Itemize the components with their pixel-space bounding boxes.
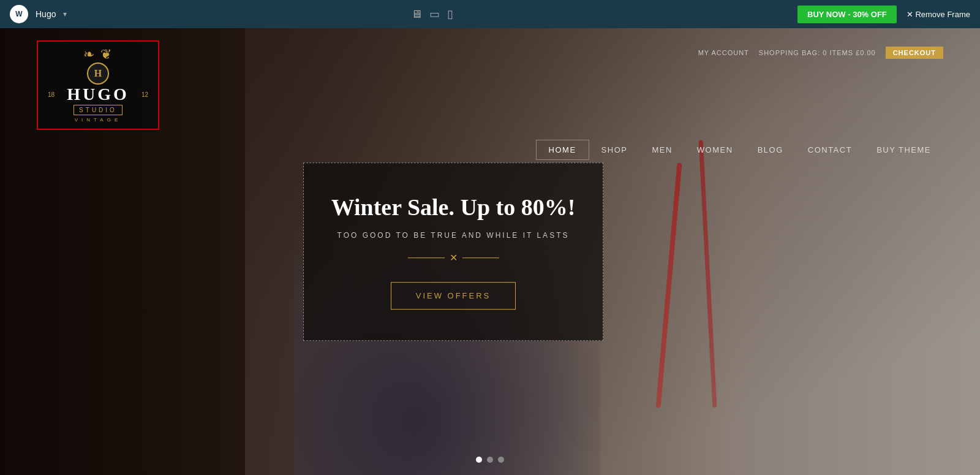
logo-main-text: HUGO bbox=[67, 86, 129, 103]
mobile-icon[interactable]: ▯ bbox=[447, 7, 453, 21]
buy-now-button[interactable]: BUY NOW - 30% OFF bbox=[797, 6, 897, 23]
slider-dots bbox=[476, 457, 504, 463]
admin-site-name: Hugo bbox=[36, 9, 56, 19]
logo-h-circle: H bbox=[87, 63, 109, 85]
shopping-bag-label: SHOPPING BAG: 0 ITEMS £0.00 bbox=[759, 49, 876, 56]
hero-title: Winter Sale. Up to 80%! bbox=[328, 194, 578, 222]
logo-ornament-top: ❧ ❦ bbox=[83, 48, 113, 61]
checkout-button[interactable]: CHECKOUT bbox=[886, 47, 943, 59]
slider-dot-1[interactable] bbox=[476, 457, 482, 463]
tablet-icon[interactable]: ▭ bbox=[429, 7, 440, 21]
admin-bar-left: W Hugo ▾ bbox=[10, 5, 67, 23]
hero-divider-line-left bbox=[408, 257, 445, 258]
hero-divider-line-right bbox=[462, 257, 499, 258]
nav-item-contact[interactable]: CONTACT bbox=[796, 140, 864, 159]
admin-dropdown-arrow[interactable]: ▾ bbox=[63, 10, 67, 18]
nav-item-women[interactable]: WOMEN bbox=[685, 140, 745, 159]
hero-content-box: Winter Sale. Up to 80%! TOO GOOD TO BE T… bbox=[303, 162, 603, 341]
hero-subtitle: TOO GOOD TO BE TRUE AND WHILE IT LASTS bbox=[328, 231, 578, 240]
top-header: ❧ ❦ H 18 HUGO 12 STUDIO VINTAGE MY ACCOU… bbox=[0, 28, 980, 130]
account-info: MY ACCOUNT SHOPPING BAG: 0 ITEMS £0.00 C… bbox=[698, 40, 943, 59]
site-wrapper: ❧ ❦ H 18 HUGO 12 STUDIO VINTAGE MY ACCOU… bbox=[0, 28, 980, 475]
admin-device-switcher: 🖥 ▭ ▯ bbox=[411, 7, 453, 21]
logo-vintage: VINTAGE bbox=[75, 117, 122, 123]
bag-price: £0.00 bbox=[856, 49, 876, 56]
nav-item-home[interactable]: HOME bbox=[536, 140, 589, 160]
nav-item-shop[interactable]: SHOP bbox=[589, 140, 640, 159]
logo-year-right: 12 bbox=[141, 91, 148, 98]
admin-logo-icon: W bbox=[10, 5, 28, 23]
admin-bar: W Hugo ▾ 🖥 ▭ ▯ BUY NOW - 30% OFF ✕ Remov… bbox=[0, 0, 980, 28]
nav-item-buy-theme[interactable]: BUY THEME bbox=[864, 140, 943, 159]
hero-divider: ✕ bbox=[328, 252, 578, 264]
nav-item-blog[interactable]: BLOG bbox=[745, 140, 796, 159]
remove-frame-button[interactable]: ✕ Remove Frame bbox=[907, 10, 970, 19]
slider-dot-2[interactable] bbox=[487, 457, 493, 463]
logo-years: 18 HUGO 12 bbox=[48, 86, 148, 103]
slider-dot-3[interactable] bbox=[498, 457, 504, 463]
desktop-icon[interactable]: 🖥 bbox=[411, 8, 422, 21]
site-header: ❧ ❦ H 18 HUGO 12 STUDIO VINTAGE MY ACCOU… bbox=[0, 28, 980, 142]
nav-item-men[interactable]: MEN bbox=[639, 140, 684, 159]
logo-h-letter: H bbox=[94, 68, 102, 79]
bag-item-count: 0 ITEMS bbox=[823, 49, 856, 56]
hero-divider-symbol: ✕ bbox=[450, 252, 458, 264]
logo-year-left: 18 bbox=[48, 91, 55, 98]
my-account-link[interactable]: MY ACCOUNT bbox=[698, 49, 749, 56]
site-logo[interactable]: ❧ ❦ H 18 HUGO 12 STUDIO VINTAGE bbox=[37, 40, 159, 130]
logo-studio: STUDIO bbox=[74, 105, 123, 115]
main-navigation: HOME SHOP MEN WOMEN BLOG CONTACT BUY THE… bbox=[0, 130, 980, 160]
admin-bar-right: BUY NOW - 30% OFF ✕ Remove Frame bbox=[797, 6, 970, 23]
view-offers-button[interactable]: VIEW OFFERS bbox=[391, 282, 516, 310]
